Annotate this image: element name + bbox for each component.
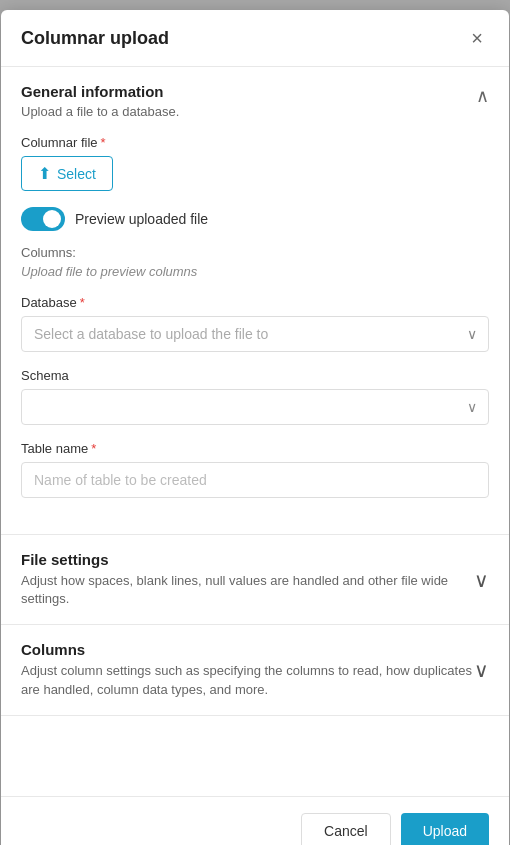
general-info-header[interactable]: General information Upload a file to a d…: [1, 67, 509, 135]
table-name-field-group: Table name *: [21, 441, 489, 498]
columns-section: Columns Adjust column settings such as s…: [1, 625, 509, 715]
columns-section-header-text: Columns Adjust column settings such as s…: [21, 641, 474, 698]
upload-icon: ⬆: [38, 164, 51, 183]
database-label: Database *: [21, 295, 489, 310]
general-info-chevron: ∧: [476, 85, 489, 107]
schema-field-group: Schema ∨: [21, 368, 489, 425]
database-dropdown-wrapper: Select a database to upload the file to …: [21, 316, 489, 352]
table-name-label: Table name *: [21, 441, 489, 456]
file-settings-title: File settings: [21, 551, 474, 568]
columns-section-chevron: ∨: [474, 658, 489, 682]
cancel-button[interactable]: Cancel: [301, 813, 391, 845]
spacer: [1, 716, 509, 796]
database-select[interactable]: Select a database to upload the file to: [21, 316, 489, 352]
columnar-file-label: Columnar file *: [21, 135, 489, 150]
file-settings-chevron: ∨: [474, 568, 489, 592]
general-info-content: Columnar file * ⬆ Select: [1, 135, 509, 534]
modal-body: General information Upload a file to a d…: [1, 67, 509, 796]
preview-toggle-row: Preview uploaded file: [21, 207, 489, 231]
schema-select[interactable]: [21, 389, 489, 425]
file-settings-subtitle: Adjust how spaces, blank lines, null val…: [21, 572, 474, 608]
columnar-file-group: Columnar file * ⬆ Select: [21, 135, 489, 191]
columns-info-label: Columns:: [21, 245, 489, 260]
table-name-required: *: [91, 441, 96, 456]
close-button[interactable]: ×: [465, 26, 489, 50]
file-settings-section: File settings Adjust how spaces, blank l…: [1, 535, 509, 625]
database-field-group: Database * Select a database to upload t…: [21, 295, 489, 352]
columns-section-title: Columns: [21, 641, 474, 658]
select-file-button[interactable]: ⬆ Select: [21, 156, 113, 191]
schema-dropdown-wrapper: ∨: [21, 389, 489, 425]
modal-header: Columnar upload ×: [1, 10, 509, 67]
general-info-section: General information Upload a file to a d…: [1, 67, 509, 535]
modal-overlay: Columnar upload × General information Up…: [0, 0, 510, 845]
modal-footer: Cancel Upload: [1, 796, 509, 845]
modal-dialog: Columnar upload × General information Up…: [1, 10, 509, 845]
columns-info-group: Columns: Upload file to preview columns: [21, 245, 489, 279]
preview-toggle-label: Preview uploaded file: [75, 211, 208, 227]
columns-info-value: Upload file to preview columns: [21, 264, 489, 279]
table-name-input[interactable]: [21, 462, 489, 498]
upload-button[interactable]: Upload: [401, 813, 489, 845]
general-info-header-text: General information Upload a file to a d…: [21, 83, 466, 119]
schema-label: Schema: [21, 368, 489, 383]
modal-title: Columnar upload: [21, 28, 169, 49]
preview-toggle[interactable]: [21, 207, 65, 231]
general-info-subtitle: Upload a file to a database.: [21, 104, 466, 119]
columnar-file-required: *: [101, 135, 106, 150]
general-info-title: General information: [21, 83, 466, 100]
file-settings-header-text: File settings Adjust how spaces, blank l…: [21, 551, 474, 608]
file-settings-header[interactable]: File settings Adjust how spaces, blank l…: [1, 535, 509, 624]
columns-section-header[interactable]: Columns Adjust column settings such as s…: [1, 625, 509, 714]
toggle-slider: [21, 207, 65, 231]
columns-section-subtitle: Adjust column settings such as specifyin…: [21, 662, 474, 698]
database-required: *: [80, 295, 85, 310]
